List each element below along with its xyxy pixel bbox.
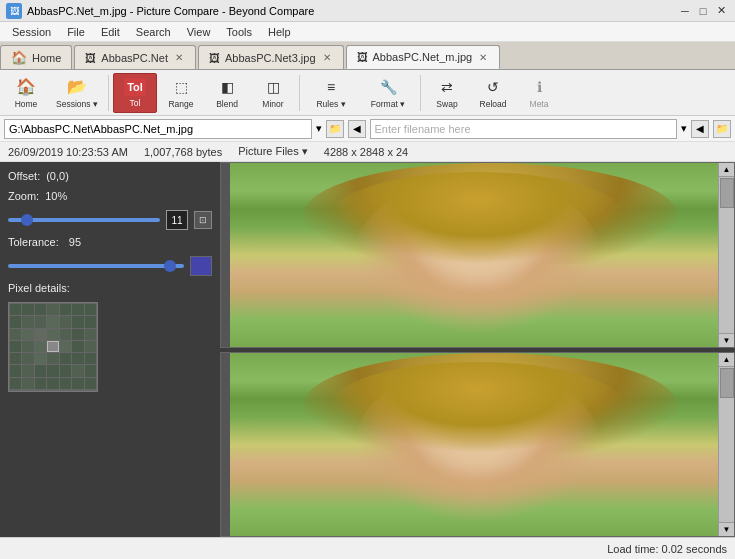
menu-file[interactable]: File — [59, 24, 93, 40]
menu-search[interactable]: Search — [128, 24, 179, 40]
toolbar-reload-button[interactable]: ↺ Reload — [471, 73, 515, 113]
right-path-input[interactable]: Enter filename here — [370, 119, 678, 139]
pixel-cell — [22, 365, 33, 376]
toolbar-range-label: Range — [168, 99, 193, 109]
file-dimensions: 4288 x 2848 x 24 — [324, 146, 408, 158]
pixel-cell — [47, 353, 58, 364]
tab-abbaspc-net3-label: AbbasPC.Net3.jpg — [225, 52, 316, 64]
zoom-slider[interactable] — [8, 218, 160, 222]
toolbar-blend-button[interactable]: ◧ Blend — [205, 73, 249, 113]
toolbar-swap-label: Swap — [436, 99, 457, 109]
pixel-cell — [72, 316, 83, 327]
pixel-cell — [60, 353, 71, 364]
menu-view[interactable]: View — [179, 24, 219, 40]
menu-edit[interactable]: Edit — [93, 24, 128, 40]
toolbar-blend-label: Blend — [216, 99, 238, 109]
tab-abbaspc-net[interactable]: 🖼 AbbasPC.Net ✕ — [74, 45, 196, 69]
tolerance-slider[interactable] — [8, 264, 184, 268]
top-portrait-container — [230, 163, 725, 347]
pixel-cell — [72, 353, 83, 364]
tol-icon: Tol — [124, 78, 146, 96]
toolbar-home-button[interactable]: 🏠 Home — [4, 73, 48, 113]
toolbar-range-button[interactable]: ⬚ Range — [159, 73, 203, 113]
file-info-bar: 26/09/2019 10:23:53 AM 1,007,768 bytes P… — [0, 142, 735, 162]
sessions-icon: 📂 — [66, 77, 88, 97]
zoom-numeric-box: 11 — [166, 210, 188, 230]
top-scrollbar-thumb[interactable] — [720, 178, 734, 208]
tab-abbaspc-net-m-close[interactable]: ✕ — [477, 51, 489, 63]
bottom-image-panel[interactable]: ▲ ▼ — [220, 352, 735, 538]
tab-abbaspc-net-label: AbbasPC.Net — [101, 52, 168, 64]
pixel-cell — [35, 378, 46, 389]
tab-abbaspc-net-close[interactable]: ✕ — [173, 52, 185, 64]
top-hair — [329, 172, 626, 264]
status-bar: Load time: 0.02 seconds — [0, 537, 735, 559]
bottom-scrollbar-up[interactable]: ▲ — [719, 353, 734, 367]
path-browse-btn[interactable]: 📁 — [326, 120, 344, 138]
pixel-cell — [22, 341, 33, 352]
tab-home[interactable]: 🏠 Home — [0, 45, 72, 69]
pixel-cell — [22, 353, 33, 364]
bottom-scrollbar-thumb[interactable] — [720, 368, 734, 398]
toolbar-sessions-button[interactable]: 📂 Sessions ▾ — [50, 73, 104, 113]
pixel-cell — [60, 341, 71, 352]
tolerance-color-swatch[interactable] — [190, 256, 212, 276]
right-path-browse[interactable]: 📁 — [713, 120, 731, 138]
top-portrait — [230, 163, 725, 347]
menu-tools[interactable]: Tools — [218, 24, 260, 40]
toolbar-sep-1 — [108, 75, 109, 111]
top-scrollbar-v[interactable]: ▲ ▼ — [718, 163, 734, 347]
path-dropdown-btn[interactable]: ▾ — [316, 122, 322, 135]
pixel-cell — [35, 316, 46, 327]
minimize-button[interactable]: ─ — [677, 3, 693, 19]
top-image-panel[interactable]: ▲ ▼ — [220, 162, 735, 348]
tab-abbaspc-net-m-label: AbbasPC.Net_m.jpg — [373, 51, 473, 63]
left-path-text: G:\AbbasPC.Net\AbbasPC.Net_m.jpg — [9, 123, 193, 135]
title-bar-controls: ─ □ ✕ — [677, 3, 729, 19]
pixel-cell — [10, 316, 21, 327]
pixel-cell — [47, 365, 58, 376]
right-path-nav[interactable]: ◀ — [691, 120, 709, 138]
top-scrollbar-up[interactable]: ▲ — [719, 163, 734, 177]
pixel-cell — [72, 329, 83, 340]
right-path-dropdown-btn[interactable]: ▾ — [681, 122, 687, 135]
path-nav-back[interactable]: ◀ — [348, 120, 366, 138]
toolbar-swap-button[interactable]: ⇄ Swap — [425, 73, 469, 113]
menu-session[interactable]: Session — [4, 24, 59, 40]
maximize-button[interactable]: □ — [695, 3, 711, 19]
bottom-scrollbar-down[interactable]: ▼ — [719, 522, 734, 536]
load-time-text: Load time: 0.02 seconds — [607, 543, 727, 555]
pixel-cell — [60, 304, 71, 315]
pixel-cell — [85, 316, 96, 327]
blend-icon: ◧ — [216, 77, 238, 97]
pixel-cell — [35, 341, 46, 352]
pixel-cell — [35, 304, 46, 315]
bottom-portrait-container — [230, 353, 725, 537]
toolbar-rules-button[interactable]: ≡ Rules ▾ — [304, 73, 358, 113]
left-path-input[interactable]: G:\AbbasPC.Net\AbbasPC.Net_m.jpg — [4, 119, 312, 139]
offset-label: Offset: — [8, 170, 40, 182]
pixel-cell — [85, 365, 96, 376]
bottom-scrollbar-v[interactable]: ▲ ▼ — [718, 353, 734, 537]
toolbar-sep-2 — [299, 75, 300, 111]
abbaspc3-tab-icon: 🖼 — [209, 52, 220, 64]
pixel-cell — [22, 329, 33, 340]
format-icon: 🔧 — [377, 77, 399, 97]
app-icon: 🖼 — [6, 3, 22, 19]
pixel-cell — [85, 378, 96, 389]
tolerance-slider-container — [8, 256, 212, 276]
zoom-fit-btn[interactable]: ⊡ — [194, 211, 212, 229]
bottom-image-inner: ▲ ▼ — [221, 353, 734, 537]
close-button[interactable]: ✕ — [713, 3, 729, 19]
toolbar-format-button[interactable]: 🔧 Format ▾ — [360, 73, 416, 113]
toolbar-reload-label: Reload — [480, 99, 507, 109]
tab-abbaspc-net3[interactable]: 🖼 AbbasPC.Net3.jpg ✕ — [198, 45, 344, 69]
tab-abbaspc-net3-close[interactable]: ✕ — [321, 52, 333, 64]
menu-help[interactable]: Help — [260, 24, 299, 40]
toolbar-tol-button[interactable]: Tol Tol — [113, 73, 157, 113]
toolbar-meta-button[interactable]: ℹ Meta — [517, 73, 561, 113]
tab-abbaspc-net-m[interactable]: 🖼 AbbasPC.Net_m.jpg ✕ — [346, 45, 501, 69]
toolbar-minor-label: Minor — [262, 99, 283, 109]
toolbar-minor-button[interactable]: ◫ Minor — [251, 73, 295, 113]
top-scrollbar-down[interactable]: ▼ — [719, 333, 734, 347]
